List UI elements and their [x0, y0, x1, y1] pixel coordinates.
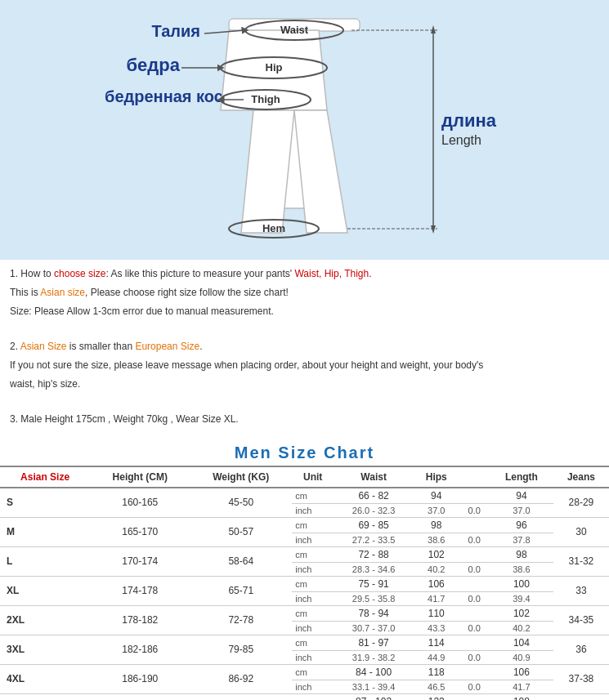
pants-diagram: Талия бедра бедренная кость длина Length… — [0, 0, 609, 260]
table-row: 5XL 190-195 93-100 cm 87 - 103 122 108 3… — [0, 693, 609, 700]
cell-length-inch: 40.2 — [490, 621, 553, 635]
cell-hip2-inch: 0.0 — [459, 562, 490, 576]
cell-unit-cm: cm — [292, 546, 334, 562]
cell-hips-inch: 38.6 — [414, 533, 459, 546]
cell-unit-cm: cm — [292, 605, 334, 621]
cell-length-cm: 102 — [490, 605, 553, 621]
cell-length-inch: 37.0 — [490, 503, 553, 517]
cell-waist-cm: 69 - 85 — [334, 517, 414, 533]
cell-weight: 50-57 — [190, 517, 292, 546]
inst4-pre: 2. — [10, 341, 20, 352]
cell-hips-cm: 102 — [414, 546, 459, 562]
cell-unit-inch: inch — [292, 503, 334, 517]
cell-hips-cm: 98 — [414, 517, 459, 533]
cell-unit-inch: inch — [292, 680, 334, 693]
cell-hips-cm: 94 — [414, 488, 459, 504]
cell-hips-inch: 41.7 — [414, 591, 459, 605]
inst1-post: : As like this picture to measure your p… — [105, 268, 294, 279]
cell-hip2-cm — [459, 693, 490, 700]
cell-hips-inch: 43.3 — [414, 621, 459, 635]
cell-height: 182-186 — [90, 635, 190, 664]
cell-height: 186-190 — [90, 664, 190, 693]
cell-hip2-cm — [459, 664, 490, 680]
cell-height: 165-170 — [90, 517, 190, 546]
cell-hips-cm: 114 — [414, 635, 459, 650]
thigh-ru-label: бедренная кость — [105, 87, 241, 105]
cell-weight: 86-92 — [190, 664, 292, 693]
cell-height: 190-195 — [90, 693, 190, 700]
cell-jeans: 28-29 — [553, 488, 609, 518]
length-ru-label: длина — [441, 110, 497, 131]
cell-waist-cm: 84 - 100 — [334, 664, 414, 680]
svg-marker-10 — [431, 25, 436, 33]
inst1-pre: 1. How to — [10, 268, 54, 279]
inst2-post: , Please choose right size follow the si… — [85, 287, 289, 298]
cell-waist-inch: 30.7 - 37.0 — [334, 621, 414, 635]
cell-waist-cm: 78 - 94 — [334, 605, 414, 621]
cell-length-cm: 104 — [490, 635, 553, 650]
table-row: S 160-165 45-50 cm 66 - 82 94 94 28-29 — [0, 488, 609, 504]
cell-length-cm: 106 — [490, 664, 553, 680]
cell-waist-inch: 29.5 - 35.8 — [334, 591, 414, 605]
cell-hip2-inch: 0.0 — [459, 533, 490, 546]
cell-weight: 45-50 — [190, 488, 292, 518]
cell-height: 170-174 — [90, 546, 190, 576]
cell-waist-cm: 87 - 103 — [334, 693, 414, 700]
cell-hips-inch: 44.9 — [414, 650, 459, 664]
cell-weight: 93-100 — [190, 693, 292, 700]
table-header-row: Asian Size Height (CM) Weight (KG) Unit … — [0, 466, 609, 488]
cell-unit-inch: inch — [292, 650, 334, 664]
svg-marker-11 — [431, 225, 436, 234]
cell-unit-cm: cm — [292, 576, 334, 591]
cell-weight: 79-85 — [190, 635, 292, 664]
cell-length-cm: 108 — [490, 693, 553, 700]
cell-size: L — [0, 546, 90, 576]
header-asian-size: Asian Size — [0, 466, 90, 488]
cell-unit-cm: cm — [292, 488, 334, 504]
header-jeans: Jeans — [553, 466, 609, 488]
instruction-line-4: 2. Asian Size is smaller than European S… — [10, 339, 599, 354]
inst4-euro: European Size — [135, 341, 199, 352]
cell-waist-inch: 27.2 - 33.5 — [334, 533, 414, 546]
cell-hips-inch: 37.0 — [414, 503, 459, 517]
cell-size: 5XL — [0, 693, 90, 700]
cell-length-inch: 40.9 — [490, 650, 553, 664]
table-row: 2XL 178-182 72-78 cm 78 - 94 110 102 34-… — [0, 605, 609, 621]
cell-waist-cm: 66 - 82 — [334, 488, 414, 504]
hem-en-label: Hem — [262, 222, 285, 234]
cell-length-cm: 94 — [490, 488, 553, 504]
cell-length-inch: 41.7 — [490, 680, 553, 693]
thigh-en-label: Thigh — [251, 93, 280, 105]
header-height: Height (CM) — [90, 466, 190, 488]
cell-weight: 58-64 — [190, 546, 292, 576]
cell-length-inch: 38.6 — [490, 562, 553, 576]
cell-unit-cm: cm — [292, 517, 334, 533]
cell-waist-cm: 72 - 88 — [334, 546, 414, 562]
table-row: 3XL 182-186 79-85 cm 81 - 97 114 104 36 — [0, 635, 609, 650]
inst4-asian: Asian Size — [20, 341, 67, 352]
cell-hip2-inch: 0.0 — [459, 650, 490, 664]
hip-ru-label: бедра — [127, 55, 181, 75]
inst1-end: . — [369, 268, 371, 279]
cell-waist-cm: 75 - 91 — [334, 576, 414, 591]
cell-jeans: 34-35 — [553, 605, 609, 635]
table-row: L 170-174 58-64 cm 72 - 88 102 98 31-32 — [0, 546, 609, 562]
cell-unit-cm: cm — [292, 664, 334, 680]
cell-unit-inch: inch — [292, 621, 334, 635]
cell-length-cm: 96 — [490, 517, 553, 533]
cell-size: 2XL — [0, 605, 90, 635]
cell-hip2-cm — [459, 576, 490, 591]
instructions-block: 1. How to choose size: As like this pict… — [0, 260, 609, 437]
cell-hip2-cm — [459, 605, 490, 621]
cell-length-inch: 39.4 — [490, 591, 553, 605]
length-en-label: Length — [441, 133, 481, 147]
cell-waist-inch: 33.1 - 39.4 — [334, 680, 414, 693]
cell-size: S — [0, 488, 90, 518]
cell-size: XL — [0, 576, 90, 605]
cell-height: 174-178 — [90, 576, 190, 605]
inst2-asian: Asian size — [40, 287, 85, 298]
cell-hip2-cm — [459, 546, 490, 562]
table-row: 4XL 186-190 86-92 cm 84 - 100 118 106 37… — [0, 664, 609, 680]
pants-svg: Талия бедра бедренная кость длина Length… — [0, 12, 609, 249]
hip-en-label: Hip — [266, 61, 283, 74]
